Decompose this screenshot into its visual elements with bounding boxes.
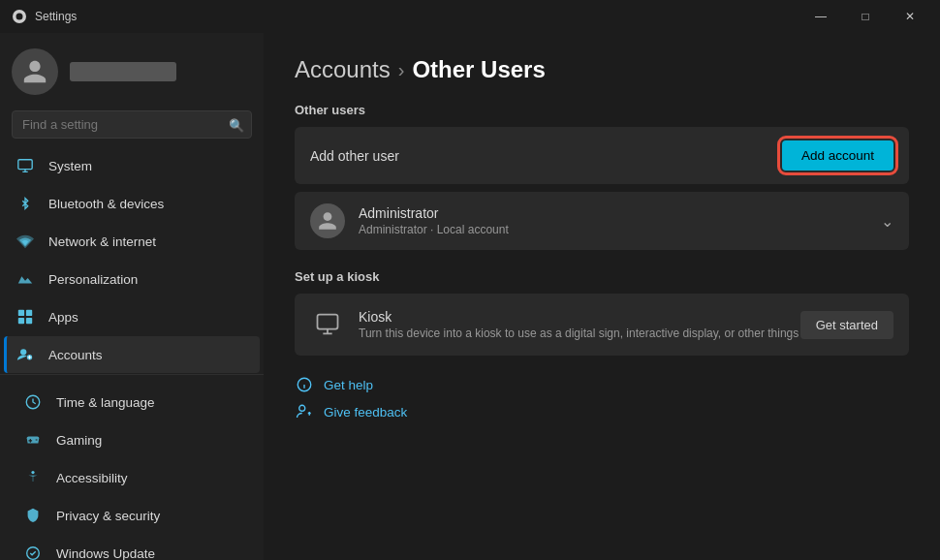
- sidebar-item-accessibility-label: Accessibility: [56, 471, 128, 485]
- add-other-user-card: Add other user Add account: [295, 127, 909, 184]
- accessibility-icon: [23, 468, 43, 487]
- privacy-icon: [23, 506, 43, 525]
- titlebar-left: Settings: [12, 9, 77, 24]
- sidebar-item-privacy-label: Privacy & security: [56, 509, 160, 523]
- settings-icon: [12, 9, 27, 24]
- kiosk-row: Kiosk Turn this device into a kiosk to u…: [295, 294, 909, 356]
- give-feedback-icon: [295, 402, 314, 421]
- sidebar-item-accounts-label: Accounts: [48, 348, 103, 362]
- svg-rect-9: [318, 315, 338, 329]
- sidebar-item-accessibility[interactable]: Accessibility: [12, 459, 252, 496]
- sidebar-item-personalization-label: Personalization: [48, 272, 138, 287]
- sidebar-item-time-label: Time & language: [56, 395, 155, 410]
- sidebar-item-apps[interactable]: Apps: [4, 298, 260, 335]
- kiosk-section-title: Set up a kiosk: [295, 269, 909, 284]
- get-help-link[interactable]: Get help: [295, 375, 909, 394]
- network-icon: [16, 232, 35, 251]
- sidebar-item-gaming[interactable]: Gaming: [12, 421, 252, 458]
- sidebar-item-network[interactable]: Network & internet: [4, 223, 260, 260]
- close-button[interactable]: ✕: [888, 1, 932, 32]
- titlebar-title: Settings: [35, 10, 77, 23]
- sidebar-item-network-label: Network & internet: [48, 234, 156, 249]
- sidebar-item-time[interactable]: Time & language: [12, 384, 252, 420]
- svg-rect-4: [26, 318, 32, 324]
- user-expand-button[interactable]: ⌄: [881, 212, 893, 231]
- svg-rect-1: [18, 310, 24, 316]
- svg-point-11: [299, 405, 305, 411]
- svg-rect-0: [18, 160, 32, 170]
- sidebar-item-apps-label: Apps: [48, 310, 78, 325]
- sidebar-item-system[interactable]: System: [4, 147, 260, 184]
- kiosk-name: Kiosk: [359, 309, 799, 325]
- sidebar-item-gaming-label: Gaming: [56, 433, 102, 448]
- windows-update-icon: [23, 544, 43, 560]
- add-account-button[interactable]: Add account: [782, 140, 893, 171]
- personalization-icon: [16, 269, 35, 289]
- titlebar: Settings — □ ✕: [0, 0, 940, 33]
- gaming-icon: [23, 430, 43, 450]
- give-feedback-link[interactable]: Give feedback: [295, 402, 909, 421]
- svg-rect-3: [18, 318, 24, 324]
- sidebar-item-bluetooth-label: Bluetooth & devices: [48, 197, 164, 211]
- kiosk-details: Kiosk Turn this device into a kiosk to u…: [359, 309, 799, 340]
- sidebar-item-windows-update[interactable]: Windows Update: [12, 535, 252, 560]
- breadcrumb: Accounts › Other Users: [295, 56, 909, 83]
- maximize-button[interactable]: □: [843, 1, 888, 32]
- sidebar-item-privacy[interactable]: Privacy & security: [12, 497, 252, 534]
- search-icon: 🔍: [229, 117, 244, 132]
- sidebar-item-accounts[interactable]: Accounts: [4, 336, 260, 373]
- avatar: [12, 48, 58, 95]
- user-avatar-icon: [317, 210, 338, 232]
- get-started-button[interactable]: Get started: [800, 311, 893, 339]
- username-bar: [70, 62, 176, 81]
- administrator-card: Administrator Administrator · Local acco…: [295, 192, 909, 250]
- sidebar-header: [0, 33, 264, 107]
- system-icon: [16, 156, 35, 175]
- breadcrumb-separator: ›: [398, 59, 405, 81]
- sidebar-item-system-label: System: [48, 159, 92, 173]
- user-details: Administrator Administrator · Local acco…: [359, 205, 509, 236]
- sidebar-item-personalization[interactable]: Personalization: [4, 261, 260, 297]
- search-bar: 🔍: [12, 110, 252, 139]
- breadcrumb-parent: Accounts: [295, 56, 391, 83]
- sidebar-bottom: Time & language Gaming Accessibility Pri…: [0, 374, 264, 560]
- get-help-label: Get help: [324, 378, 373, 392]
- user-name: Administrator: [359, 205, 509, 221]
- sidebar-item-bluetooth[interactable]: Bluetooth & devices: [4, 185, 260, 222]
- other-users-section-title: Other users: [295, 103, 909, 117]
- user-avatar: [310, 203, 345, 238]
- titlebar-controls: — □ ✕: [799, 1, 932, 32]
- user-type: Administrator · Local account: [359, 223, 509, 236]
- bluetooth-icon: [16, 194, 35, 213]
- apps-icon: [16, 307, 35, 327]
- time-icon: [23, 392, 43, 412]
- main-content: Accounts › Other Users Other users Add o…: [264, 33, 940, 560]
- kiosk-icon: [310, 307, 345, 342]
- minimize-button[interactable]: —: [799, 1, 843, 32]
- svg-point-8: [31, 471, 34, 474]
- nav-items: System Bluetooth & devices Network & int…: [0, 146, 264, 374]
- get-help-icon: [295, 375, 314, 394]
- add-other-user-label: Add other user: [310, 148, 399, 164]
- avatar-icon: [21, 58, 48, 85]
- kiosk-description: Turn this device into a kiosk to use as …: [359, 327, 799, 340]
- add-other-user-row: Add other user Add account: [295, 127, 909, 184]
- app-body: 🔍 System Bluetooth & devices Network &: [0, 33, 940, 560]
- breadcrumb-current: Other Users: [412, 56, 545, 83]
- accounts-icon: [16, 345, 35, 364]
- kiosk-info: Kiosk Turn this device into a kiosk to u…: [310, 307, 799, 342]
- sidebar-item-windows-update-label: Windows Update: [56, 546, 155, 561]
- svg-point-5: [20, 349, 26, 355]
- sidebar: 🔍 System Bluetooth & devices Network &: [0, 33, 264, 560]
- user-row: Administrator Administrator · Local acco…: [295, 192, 909, 250]
- user-info: Administrator Administrator · Local acco…: [310, 203, 509, 238]
- give-feedback-label: Give feedback: [324, 405, 407, 420]
- kiosk-card: Kiosk Turn this device into a kiosk to u…: [295, 294, 909, 356]
- help-section: Get help Give feedback: [295, 375, 909, 421]
- search-input[interactable]: [12, 110, 252, 139]
- svg-rect-2: [26, 310, 32, 316]
